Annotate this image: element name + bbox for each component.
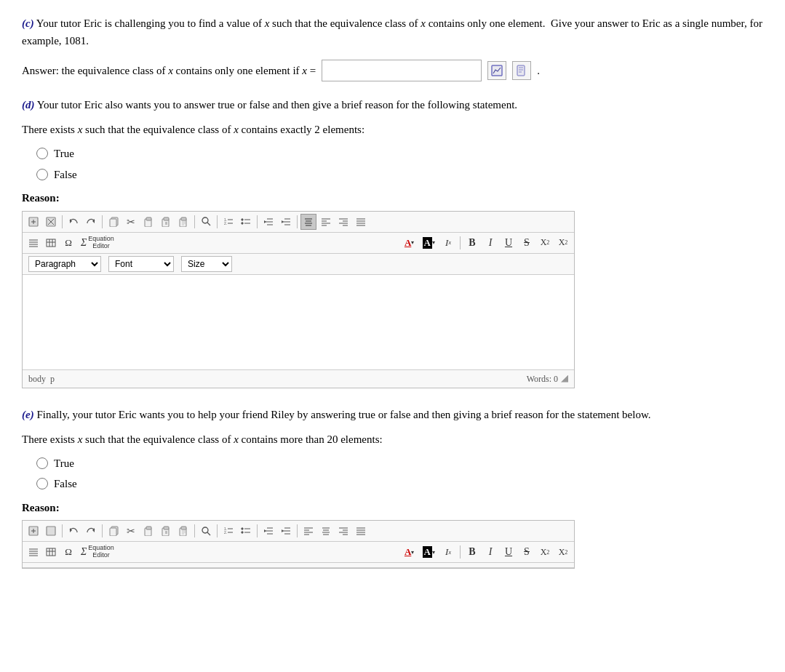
e-equation-label: Σ EquationEditor [81, 545, 114, 559]
period-text: . [537, 63, 540, 79]
toolbar-d-row2: Ω Σ EquationEditor A ▾ A ▾ Ix [23, 233, 574, 254]
tb-e-indent-more-btn[interactable] [278, 523, 294, 539]
tb-e-paste-local-btn[interactable] [158, 523, 174, 539]
tb-undo-btn[interactable] [65, 214, 81, 230]
tb-omega-btn[interactable]: Ω [60, 235, 76, 251]
tb-table-btn[interactable] [43, 235, 59, 251]
tb-e-list-ol-btn[interactable]: 1. 2. [220, 523, 236, 539]
radio-false-e[interactable]: False [36, 476, 763, 492]
tb-e-align-right-btn[interactable] [335, 523, 351, 539]
tb-cut-btn[interactable]: ✂ [123, 214, 139, 230]
tb-copy-btn[interactable] [105, 214, 121, 230]
tb-font-a-red-btn[interactable]: A ▾ [402, 235, 418, 251]
editor-body-d[interactable] [23, 275, 574, 369]
tb-e-expand-btn[interactable] [43, 523, 59, 539]
radio-input-false-d[interactable] [36, 169, 48, 180]
tb-expand-btn[interactable] [43, 214, 59, 230]
resize-handle-d[interactable] [561, 375, 568, 383]
tb-e-indent-less-btn[interactable] [260, 523, 276, 539]
svg-rect-7 [110, 219, 116, 227]
tb-subscript-btn[interactable]: X2 [537, 235, 553, 251]
tb-e-font-a-black-btn[interactable]: A ▾ [420, 544, 438, 560]
tb-paste-plain-btn[interactable] [175, 214, 191, 230]
font-a-black-icon: A [423, 237, 432, 249]
tb-lines-btn[interactable] [25, 235, 41, 251]
radio-input-true-d[interactable] [36, 148, 48, 159]
subscript-icon: 2 [546, 239, 549, 246]
section-e: (e) Finally, your tutor Eric wants you t… [22, 406, 763, 569]
tb-e-search-btn[interactable] [198, 523, 214, 539]
footer-words-d: Words: 0 [527, 372, 558, 385]
radio-group-d: True False [36, 145, 763, 183]
tb-e-align-center-btn[interactable] [318, 523, 334, 539]
editor-e: ✂ [22, 520, 575, 569]
tb-e-omega-btn[interactable]: Ω [60, 544, 76, 560]
tb-paste-special-btn[interactable] [140, 214, 156, 230]
svg-rect-27 [110, 528, 116, 536]
tb-e-undo-btn[interactable] [65, 523, 81, 539]
tb-e-strikethrough-btn[interactable]: S [519, 544, 535, 560]
tb-align-center-btn[interactable] [300, 214, 316, 230]
tb-e-bold-btn[interactable]: B [464, 544, 480, 560]
answer-icon-graph[interactable] [487, 61, 506, 80]
answer-input-c[interactable] [322, 60, 482, 81]
editor-d: ✂ [22, 211, 575, 388]
tb-align-left-btn[interactable] [318, 214, 334, 230]
tb-align-right-btn[interactable] [335, 214, 351, 230]
tb-align-justify-btn[interactable] [353, 214, 369, 230]
tb-e-resize-btn[interactable] [25, 523, 41, 539]
tb-e-cut-btn[interactable]: ✂ [123, 523, 139, 539]
tb-list-ul-btn[interactable] [238, 214, 254, 230]
tb-underline-btn[interactable]: U [501, 235, 517, 251]
tb-e-superscript-btn[interactable]: X2 [555, 544, 571, 560]
sep4 [217, 215, 218, 228]
tb-italic-clear-btn[interactable]: Ix [440, 235, 456, 251]
tb-indent-less-btn[interactable] [260, 214, 276, 230]
tb-e-equation-btn[interactable]: Σ EquationEditor [78, 544, 117, 560]
tb-resize-btn[interactable] [25, 214, 41, 230]
tb-e-underline-btn[interactable]: U [501, 544, 517, 560]
tb-e-italic-btn[interactable]: I [482, 544, 498, 560]
svg-rect-33 [181, 527, 186, 529]
svg-rect-21 [47, 239, 55, 247]
radio-true-d[interactable]: True [36, 145, 763, 162]
tb-superscript-btn[interactable]: X2 [555, 235, 571, 251]
strikethrough-icon: S [524, 237, 530, 249]
radio-input-false-e[interactable] [36, 478, 48, 489]
tb-list-ol-btn[interactable]: 1. 2. [220, 214, 236, 230]
tb-strikethrough-btn[interactable]: S [519, 235, 535, 251]
tb-italic-btn[interactable]: I [482, 235, 498, 251]
radio-label-true-e: True [54, 455, 74, 472]
e-subscript-icon: 2 [546, 549, 549, 556]
tb-indent-more-btn[interactable] [278, 214, 294, 230]
radio-true-e[interactable]: True [36, 455, 763, 472]
e-bold-icon: B [469, 546, 475, 558]
tb-e-paste-plain-btn[interactable] [175, 523, 191, 539]
radio-input-true-e[interactable] [36, 457, 48, 469]
tb-redo-btn[interactable] [83, 214, 99, 230]
tb-font-a-black-btn[interactable]: A ▾ [420, 235, 438, 251]
section-c: (c) Your tutor Eric is challenging you t… [22, 15, 763, 81]
tb-e-align-left-btn[interactable] [300, 523, 316, 539]
tb-font-select[interactable]: Font Arial Times New Roman Georgia [108, 256, 174, 272]
tb-size-select[interactable]: Size 8 10 12 14 16 18 [181, 256, 232, 272]
sep5 [257, 215, 258, 228]
tb-search-btn[interactable] [198, 214, 214, 230]
radio-false-d[interactable]: False [36, 167, 763, 183]
tb-e-paste-special-btn[interactable] [140, 523, 156, 539]
tb-e-italic-clear-btn[interactable]: Ix [440, 544, 456, 560]
tb-e-copy-btn[interactable] [105, 523, 121, 539]
tb-bold-btn[interactable]: B [464, 235, 480, 251]
tb-e-list-ul-btn[interactable] [238, 523, 254, 539]
tb-paste-local-btn[interactable] [158, 214, 174, 230]
answer-icon-doc[interactable] [512, 61, 531, 80]
tb-e-subscript-btn[interactable]: X2 [537, 544, 553, 560]
tb-e-font-a-red-btn[interactable]: A ▾ [402, 544, 418, 560]
tb-equation-btn[interactable]: Σ EquationEditor [78, 235, 117, 251]
tb-paragraph-select[interactable]: Paragraph Heading 1 Heading 2 [28, 256, 101, 272]
e-sep5 [257, 524, 258, 537]
tb-e-table-btn[interactable] [43, 544, 59, 560]
tb-e-align-justify-btn[interactable] [353, 523, 369, 539]
tb-e-lines-btn[interactable] [25, 544, 41, 560]
tb-e-redo-btn[interactable] [83, 523, 99, 539]
